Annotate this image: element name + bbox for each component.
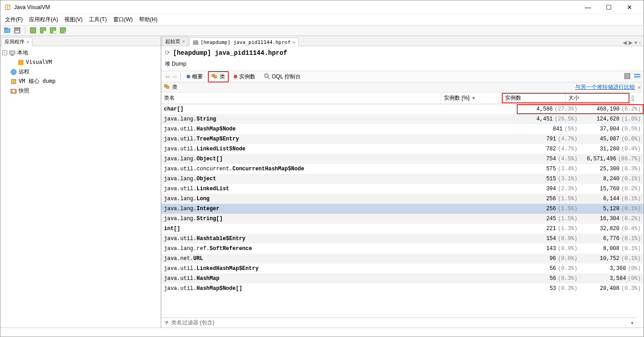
tree-node-remote[interactable]: 远程 (2, 67, 159, 77)
cell-classname: java.util.concurrent.ConcurrentHashMap$N… (161, 166, 456, 172)
cell-classname: java.util.HashMap$Node (161, 126, 456, 132)
cell-instcnt: 256(1.5%) (517, 196, 580, 202)
toolbar-app3-icon[interactable] (49, 26, 57, 34)
col-size[interactable]: 大小 (566, 92, 629, 104)
menu-apps[interactable]: 应用程序(A) (27, 15, 60, 24)
table-row[interactable]: char[]4,586(27.3%)468,190(6.2%) (161, 104, 644, 114)
tree-label: VisualVM (26, 58, 52, 67)
table-row[interactable]: java.util.HashMap$Node841(5%)37,004(0.5%… (161, 124, 644, 134)
menu-window[interactable]: 窗口(W) (111, 15, 135, 24)
maximize-button[interactable]: ☐ (598, 0, 619, 14)
snapshot-icon (10, 88, 17, 94)
window-title: Java VisualVM (14, 4, 577, 10)
table-row[interactable]: java.util.LinkedList$Node782(4.7%)31,280… (161, 144, 644, 154)
table-row[interactable]: java.lang.Integer256(1.5%)5,120(0.1%) (161, 204, 644, 214)
table-row[interactable]: java.util.LinkedHashMap$Entry56(0.3%)3,3… (161, 264, 644, 274)
cell-instcnt: 394(2.3%) (517, 186, 580, 192)
toolbar-open-icon[interactable] (3, 26, 11, 34)
close-icon[interactable]: × (638, 84, 641, 91)
cell-classname: java.util.Hashtable$Entry (161, 236, 456, 242)
col-instpct[interactable]: 实例数 [%]▼ (441, 92, 502, 104)
forward-icon[interactable]: ⇨ (171, 73, 178, 80)
filter-label[interactable]: 类名过滤器 (包含) (171, 319, 214, 327)
sidebar-tabs: 应用程序 × (0, 36, 161, 46)
svg-rect-6 (15, 31, 19, 33)
toolbar-app1-icon[interactable] (29, 26, 37, 34)
cell-instcnt: 53(0.3%) (517, 285, 580, 292)
svg-point-20 (12, 90, 15, 92)
close-icon[interactable]: × (292, 39, 295, 45)
tab-next-icon[interactable]: ▶ (629, 39, 633, 46)
menu-tools[interactable]: 工具(T) (87, 15, 108, 24)
table-row[interactable]: java.lang.Long256(1.5%)6,144(0.1%) (161, 194, 644, 204)
table-row[interactable]: java.util.concurrent.ConcurrentHashMap$N… (161, 164, 644, 174)
col-selector[interactable] (629, 92, 636, 104)
toolbar-app4-icon[interactable] (59, 26, 67, 34)
menu-help[interactable]: 帮助(H) (137, 15, 159, 24)
tree-node-local[interactable]: − 本地 (2, 48, 159, 58)
svg-rect-18 (11, 79, 16, 84)
table-row[interactable]: java.net.URL96(0.6%)10,752(0.1%) (161, 254, 644, 264)
compare-link[interactable]: 与另一个堆转储进行比较 (575, 83, 635, 91)
tab-prev-icon[interactable]: ◀ (623, 39, 627, 46)
sidebar-tab-apps[interactable]: 应用程序 × (1, 37, 33, 46)
svg-point-25 (264, 74, 268, 77)
table-row[interactable]: java.lang.Object[]754(4.5%)6,571,496(86.… (161, 154, 644, 164)
minimize-button[interactable]: — (577, 0, 598, 14)
app-window: Java VisualVM — ☐ ✕ 文件(F) 应用程序(A) 视图(V) … (0, 0, 644, 337)
table-row[interactable]: java.lang.String4,451(26.5%)124,628(1.6%… (161, 114, 644, 124)
cell-size: 20,408(0.3%) (580, 285, 644, 292)
tab-max-icon[interactable]: ▫ (639, 39, 641, 46)
cell-size: 5,120(0.1%) (580, 206, 644, 212)
view-summary[interactable]: 概要 (183, 72, 206, 82)
tree-node-vmcore[interactable]: VM 核心 dump (2, 77, 159, 86)
toolbar-save-icon[interactable] (13, 26, 21, 34)
tree-node-snapshots[interactable]: 快照 (2, 86, 159, 96)
view-instances[interactable]: 实例数 (231, 72, 259, 82)
funnel-icon[interactable]: ⧩ (164, 320, 168, 326)
svg-rect-1 (6, 5, 7, 9)
sidebar-tab-label: 应用程序 (5, 39, 24, 45)
properties-icon[interactable] (624, 72, 631, 81)
svg-point-9 (43, 31, 46, 34)
refresh-icon[interactable]: ⟳ (165, 49, 170, 57)
cell-classname: java.lang.ref.SoftReference (161, 246, 456, 252)
table-row[interactable]: java.util.TreeMap$Entry791(4.7%)45,087(0… (161, 134, 644, 144)
class-table: 类名 实例数 [%]▼ 实例数 大小 char[]4,586(27.3%)468… (161, 92, 644, 327)
menu-view[interactable]: 视图(V) (62, 15, 84, 24)
view-classes[interactable]: 类 (208, 71, 229, 82)
heapdump-icon (192, 39, 199, 45)
table-row[interactable]: java.util.Hashtable$Entry154(0.9%)6,776(… (161, 234, 644, 244)
close-icon[interactable]: × (26, 39, 29, 45)
cell-instcnt: 782(4.7%) (517, 146, 580, 152)
table-row[interactable]: java.util.LinkedList394(2.3%)15,760(0.2%… (161, 184, 644, 194)
toolbar-app2-icon[interactable] (39, 26, 47, 34)
col-instcnt[interactable]: 实例数 (502, 92, 566, 104)
table-row[interactable]: java.util.HashMap56(0.3%)3,584(0%) (161, 274, 644, 284)
tree-node-visualvm[interactable]: VisualVM (2, 58, 159, 67)
tree-label: VM 核心 dump (19, 77, 56, 86)
col-classname[interactable]: 类名 (161, 92, 441, 104)
scroll-down-icon[interactable]: ▾ (631, 320, 634, 326)
dump-label: 堆 Dump (161, 59, 644, 71)
tab-start[interactable]: 起始页 × (162, 37, 188, 46)
close-button[interactable]: ✕ (619, 0, 640, 14)
threads-icon[interactable] (634, 72, 641, 81)
table-row[interactable]: java.lang.Object515(3.1%)8,240(0.1%) (161, 174, 644, 184)
svg-point-17 (11, 69, 16, 75)
table-row[interactable]: java.lang.String[]245(1.5%)16,304(0.2%) (161, 214, 644, 224)
tab-menu-icon[interactable]: ▾ (634, 39, 637, 46)
back-icon[interactable]: ⇦ (164, 73, 171, 80)
view-oql[interactable]: OQL 控制台 (260, 72, 304, 82)
menu-file[interactable]: 文件(F) (3, 15, 24, 24)
cell-size: 6,571,496(86.7%) (580, 156, 644, 162)
tab-heapdump[interactable]: [heapdump] java_pid11144.hprof × (189, 38, 298, 46)
close-icon[interactable]: × (182, 39, 185, 44)
table-row[interactable]: java.util.HashMap$Node[]53(0.3%)20,408(0… (161, 284, 644, 294)
table-row[interactable]: java.lang.ref.SoftReference143(0.9%)8,00… (161, 244, 644, 254)
collapse-icon[interactable]: − (2, 50, 7, 55)
cell-instcnt: 754(4.5%) (517, 156, 580, 162)
table-body[interactable]: char[]4,586(27.3%)468,190(6.2%)java.lang… (161, 104, 644, 318)
cell-classname: java.lang.Object (161, 176, 456, 182)
table-row[interactable]: int[]221(1.3%)32,820(0.4%) (161, 224, 644, 234)
